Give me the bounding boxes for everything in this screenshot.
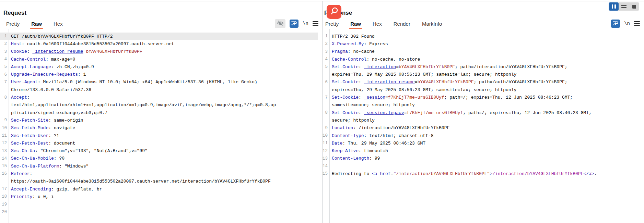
line-number: 20 — [0, 210, 9, 214]
line-content: Chrome/133.0.0.0 Safari/537.36 — [9, 87, 91, 92]
tab-raw[interactable]: Raw — [31, 18, 42, 29]
newline-toggle[interactable]: \n — [303, 21, 308, 26]
line-content: Priority: u=0, i — [9, 194, 54, 199]
line-content: Pragma: no-cache — [329, 49, 375, 54]
line-content: Set-Cookie: _session.legacy=f7KhEjT7me-u… — [329, 110, 592, 115]
line-content: Host: oauth-0a1600f10444abe3815d553502a2… — [9, 41, 174, 47]
line-content: Sec-Fetch-Site: same-origin — [9, 118, 83, 123]
line-number: 7 — [323, 95, 329, 100]
response-editor[interactable]: 1HTTP/2 302 Found2X-Powered-By: Express3… — [323, 33, 640, 178]
search-float-button[interactable] — [327, 5, 341, 19]
tab-hex[interactable]: Hex — [373, 18, 382, 29]
line-number: 5 — [0, 64, 9, 69]
maximize-icon — [632, 5, 636, 9]
tab-render[interactable]: Render — [394, 18, 410, 29]
line-content: GET /auth/bYAV4GLXFHbfUrYfkB0PF HTTP/2 — [9, 34, 113, 39]
code-line: 13Sec-Ch-Ua: "Chromium";v="133", "Not(A:… — [0, 147, 318, 154]
request-panel: Request PrettyRawHex \n — [0, 0, 322, 223]
line-content: Redirecting to <a href="/interaction/bYA… — [329, 171, 597, 176]
line-content: Sec-Ch-Ua-Platform: "Windows" — [9, 164, 89, 169]
tab-label: Raw — [31, 21, 42, 27]
line-content: Sec-Fetch-Dest: document — [9, 141, 75, 146]
layout-rows-button[interactable] — [619, 2, 629, 11]
tab-pretty[interactable]: Pretty — [325, 18, 339, 29]
tab-raw[interactable]: Raw — [350, 18, 361, 29]
code-line: 18Priority: u=0, i — [0, 193, 318, 200]
line-number: 11 — [0, 133, 9, 138]
code-line: 13Content-Length: 99 — [323, 155, 640, 162]
response-tabbar-border — [323, 29, 644, 29]
code-line: 12Keep-Alive: timeout=5 — [323, 147, 640, 154]
code-line: 9Location: /interaction/bYAV4GLXFHbfUrYf… — [323, 124, 640, 132]
line-number: 2 — [323, 41, 329, 46]
line-content: Sec-Fetch-User: ?1 — [9, 133, 59, 138]
eye-slash-icon — [277, 20, 284, 28]
code-line: expires=Thu, 29 May 2025 08:56:23 GMT; s… — [323, 71, 640, 78]
tab-pretty[interactable]: Pretty — [6, 18, 20, 29]
code-line: 20 — [0, 208, 318, 216]
line-number: 15 — [323, 171, 329, 176]
line-content: Sec-Ch-Ua-Mobile: ?0 — [9, 156, 65, 161]
line-number: 8 — [323, 110, 329, 115]
code-line: expires=Thu, 29 May 2025 08:56:23 GMT; s… — [323, 86, 640, 94]
editor-menu-button[interactable] — [313, 21, 318, 26]
hide-content-button[interactable] — [275, 19, 285, 28]
line-number: 6 — [0, 72, 9, 77]
line-number: 14 — [323, 164, 329, 169]
code-line: 6Set-Cookie: _interaction_resume=bYAV4GL… — [323, 78, 640, 86]
code-line: 19 — [0, 201, 318, 208]
search-icon — [329, 6, 339, 18]
tab-label: Pretty — [325, 21, 339, 27]
code-line: 10Content-Type: text/html; charset=utf-8 — [323, 132, 640, 139]
line-content: Cookie: _interaction_resume=bYAV4GLXFHbf… — [9, 49, 142, 54]
line-number: 1 — [0, 34, 9, 39]
line-number: 10 — [323, 133, 329, 138]
line-content: Sec-Fetch-Mode: navigate — [9, 125, 75, 131]
tab-hex[interactable]: Hex — [54, 18, 63, 29]
code-line: 7Set-Cookie: _session=f7KhEjT7me-ursGIB0… — [323, 94, 640, 101]
tab-label: Hex — [54, 21, 63, 27]
line-number: 12 — [0, 141, 9, 146]
code-line: 1GET /auth/bYAV4GLXFHbfUrYfkB0PF HTTP/2 — [0, 33, 318, 40]
line-content: secure; httponly — [329, 118, 375, 123]
code-line: https://oauth-0a1600f10444abe3815d553502… — [0, 178, 318, 185]
code-line: 1HTTP/2 302 Found — [323, 33, 640, 40]
line-number: 3 — [323, 49, 329, 54]
line-content: X-Powered-By: Express — [329, 41, 388, 47]
view-layout-switcher — [609, 2, 639, 11]
soft-wrap-button[interactable] — [611, 20, 620, 28]
line-content: Cache-Control: max-age=0 — [9, 57, 75, 62]
tab-label: Raw — [350, 21, 361, 27]
line-number: 8 — [0, 95, 9, 100]
code-line: 7User-Agent: Mozilla/5.0 (Windows NT 10.… — [0, 78, 318, 86]
soft-wrap-button[interactable] — [290, 20, 298, 28]
split-columns-icon — [612, 4, 616, 9]
code-line: secure; httponly — [323, 116, 640, 124]
editor-menu-button[interactable] — [634, 21, 640, 26]
line-number: 12 — [323, 149, 329, 153]
word-wrap-icon — [612, 20, 619, 27]
line-number: 3 — [0, 49, 9, 54]
line-content: plication/signed-exchange;v=b3;q=0.7 — [9, 110, 107, 115]
layout-single-button[interactable] — [629, 2, 639, 11]
tab-label: Pretty — [6, 21, 20, 27]
tab-markinfo[interactable]: MarkInfo — [422, 18, 442, 29]
code-line: 2Host: oauth-0a1600f10444abe3815d553502a… — [0, 40, 318, 48]
tab-label: Render — [394, 21, 410, 27]
line-content: Date: Thu, 29 May 2025 08:46:23 GMT — [329, 141, 425, 146]
line-content: Upgrade-Insecure-Requests: 1 — [9, 72, 86, 77]
code-line: samesite=none; secure; httponly — [323, 101, 640, 109]
newline-toggle[interactable]: \n — [624, 21, 630, 26]
code-line: 9Sec-Fetch-Site: same-origin — [0, 116, 318, 124]
line-number: 14 — [0, 156, 9, 161]
line-number: 4 — [0, 57, 9, 62]
response-tabbar: PrettyRawHexRenderMarkInfo \n — [325, 18, 640, 29]
request-editor[interactable]: 1GET /auth/bYAV4GLXFHbfUrYfkB0PF HTTP/22… — [0, 33, 318, 216]
code-line: 10Sec-Fetch-Mode: navigate — [0, 124, 318, 132]
line-content: User-Agent: Mozilla/5.0 (Windows NT 10.0… — [9, 79, 257, 85]
line-number: 17 — [0, 187, 9, 191]
code-line: text/html,application/xhtml+xml,applicat… — [0, 101, 318, 109]
line-content: Cache-Control: no-cache, no-store — [329, 57, 420, 62]
hamburger-icon — [634, 21, 640, 26]
layout-columns-button[interactable] — [609, 2, 619, 11]
